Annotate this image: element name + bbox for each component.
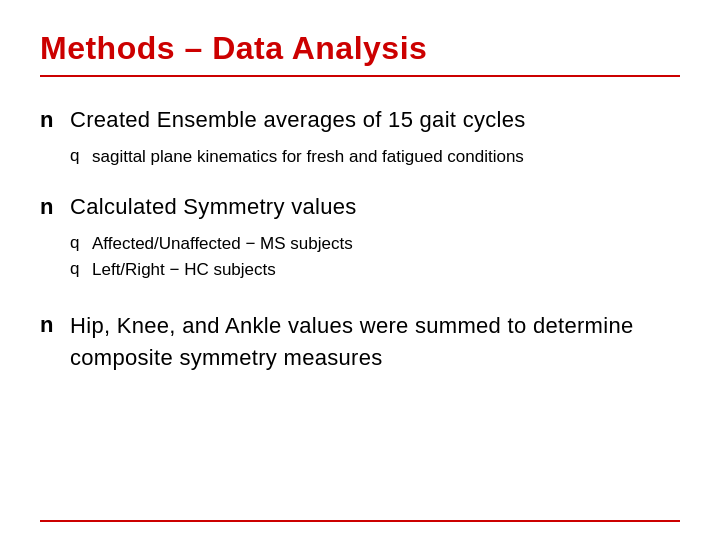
section-3: n Hip, Knee, and Ankle values were summe… — [40, 310, 680, 384]
content-area: n Created Ensemble averages of 15 gait c… — [40, 105, 680, 510]
bullet-item-3: n Hip, Knee, and Ankle values were summe… — [40, 310, 680, 374]
sub-bullet-marker-1-1: q — [70, 146, 84, 166]
bottom-divider — [40, 520, 680, 522]
sub-bullet-text-2-1: Affected/Unaffected − MS subjects — [92, 232, 353, 256]
section-1: n Created Ensemble averages of 15 gait c… — [40, 105, 680, 176]
sub-bullet-item-2-1: q Affected/Unaffected − MS subjects — [70, 232, 680, 256]
bullet-marker-2: n — [40, 194, 58, 220]
bullet-text-1: Created Ensemble averages of 15 gait cyc… — [70, 105, 526, 135]
bullet-text-2: Calculated Symmetry values — [70, 192, 357, 222]
sub-bullets-2: q Affected/Unaffected − MS subjects q Le… — [70, 232, 680, 282]
sub-bullet-text-1-1: sagittal plane kinematics for fresh and … — [92, 145, 524, 169]
bullet-item-1: n Created Ensemble averages of 15 gait c… — [40, 105, 680, 135]
slide-title: Methods – Data Analysis — [40, 30, 680, 77]
bullet-marker-1: n — [40, 107, 58, 133]
sub-bullets-1: q sagittal plane kinematics for fresh an… — [70, 145, 680, 169]
bullet-marker-3: n — [40, 312, 58, 338]
slide: Methods – Data Analysis n Created Ensemb… — [0, 0, 720, 540]
section-2: n Calculated Symmetry values q Affected/… — [40, 192, 680, 289]
sub-bullet-item-1-1: q sagittal plane kinematics for fresh an… — [70, 145, 680, 169]
sub-bullet-item-2-2: q Left/Right − HC subjects — [70, 258, 680, 282]
sub-bullet-marker-2-2: q — [70, 259, 84, 279]
sub-bullet-marker-2-1: q — [70, 233, 84, 253]
sub-bullet-text-2-2: Left/Right − HC subjects — [92, 258, 276, 282]
bullet-item-2: n Calculated Symmetry values — [40, 192, 680, 222]
bullet-text-3: Hip, Knee, and Ankle values were summed … — [70, 310, 680, 374]
